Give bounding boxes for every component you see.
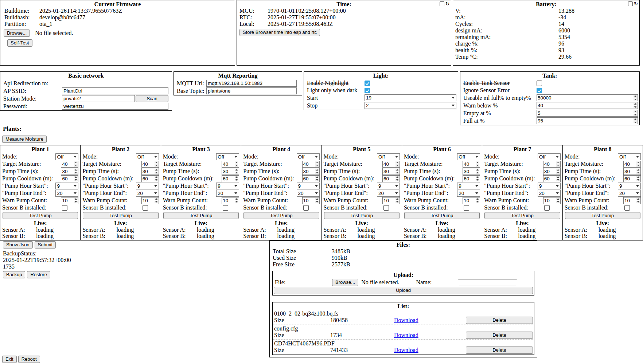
upload-name-input[interactable] (458, 279, 517, 286)
spin-up-icon[interactable] (155, 169, 158, 171)
pump-hour-end-select[interactable]: 20 (618, 190, 641, 197)
pump-cooldown-input[interactable] (61, 176, 74, 182)
spin-up-icon[interactable] (636, 169, 640, 171)
target-moisture-input[interactable] (383, 161, 395, 167)
pump-hour-start-select[interactable]: 9 (55, 183, 78, 189)
spin-up-icon[interactable] (74, 161, 78, 164)
light-start-select[interactable]: 19 (365, 94, 456, 101)
pump-hour-start-select[interactable]: 9 (216, 183, 239, 189)
spin-up-icon[interactable] (556, 176, 560, 179)
spin-down-icon[interactable] (556, 201, 560, 203)
ignore-sensor-error-checkbox[interactable] (537, 88, 542, 93)
battery-auto-refresh-checkbox[interactable] (628, 1, 633, 6)
spin-up-icon[interactable] (636, 161, 640, 164)
test-pump-button[interactable]: Test Pump (3, 212, 78, 219)
pump-cooldown-input[interactable] (383, 176, 395, 182)
pump-hour-end-select[interactable]: 20 (136, 190, 159, 197)
spin-up-icon[interactable] (74, 169, 78, 171)
spin-down-icon[interactable] (395, 201, 399, 203)
test-pump-button[interactable]: Test Pump (404, 212, 480, 219)
time-refresh-icon[interactable]: ↻ (445, 1, 449, 6)
submit-button[interactable]: Submit (35, 241, 56, 248)
spin-down-icon[interactable] (235, 164, 238, 167)
target-moisture-input[interactable] (142, 161, 154, 167)
pump-cooldown-input[interactable] (303, 176, 315, 182)
spin-up-icon[interactable] (315, 169, 319, 171)
empty-at-input[interactable] (537, 110, 633, 116)
sensor-b-installed-checkbox[interactable] (143, 205, 148, 211)
measure-moisture-button[interactable]: Measure Moisture (2, 136, 47, 143)
warn-pump-count-input[interactable] (61, 197, 74, 204)
api-redirection-input[interactable] (62, 80, 168, 87)
spin-up-icon[interactable] (74, 198, 78, 200)
pump-time-input[interactable] (142, 168, 154, 175)
spin-up-icon[interactable] (315, 161, 319, 164)
spin-down-icon[interactable] (74, 201, 78, 203)
pump-cooldown-input[interactable] (624, 176, 636, 182)
spin-up-icon[interactable] (636, 198, 640, 200)
spin-down-icon[interactable] (395, 179, 399, 181)
mqtt-url-input[interactable] (206, 80, 297, 87)
spin-down-icon[interactable] (155, 172, 158, 174)
test-pump-button[interactable]: Test Pump (83, 212, 158, 219)
spin-down-icon[interactable] (315, 179, 319, 181)
spin-up-icon[interactable] (634, 103, 637, 105)
spin-up-icon[interactable] (556, 169, 560, 171)
sensor-b-installed-checkbox[interactable] (383, 205, 389, 211)
spin-down-icon[interactable] (74, 172, 78, 174)
plant-mode-select[interactable]: Off (538, 153, 561, 160)
light-stop-select[interactable]: 2 (365, 102, 456, 109)
spin-down-icon[interactable] (636, 172, 640, 174)
warn-below-input[interactable] (537, 102, 633, 109)
pump-cooldown-input[interactable] (222, 176, 234, 182)
plant-mode-select[interactable]: Off (618, 153, 641, 160)
plant-mode-select[interactable]: Off (136, 153, 159, 160)
plant-mode-select[interactable]: Off (297, 153, 320, 160)
spin-up-icon[interactable] (235, 198, 238, 200)
plant-mode-select[interactable]: Off (457, 153, 480, 160)
spin-up-icon[interactable] (235, 176, 238, 179)
pump-time-input[interactable] (624, 168, 636, 175)
target-moisture-input[interactable] (624, 161, 636, 167)
spin-down-icon[interactable] (476, 172, 479, 174)
pump-hour-end-select[interactable]: 20 (55, 190, 78, 197)
test-pump-button[interactable]: Test Pump (484, 212, 560, 219)
pump-hour-end-select[interactable]: 20 (457, 190, 480, 197)
base-topic-input[interactable] (206, 87, 297, 94)
spin-up-icon[interactable] (395, 176, 399, 179)
plant-mode-select[interactable]: Off (377, 153, 400, 160)
spin-down-icon[interactable] (636, 164, 640, 167)
reboot-button[interactable]: Reboot (18, 356, 40, 363)
target-moisture-input[interactable] (463, 161, 475, 167)
spin-down-icon[interactable] (155, 179, 158, 181)
battery-refresh-icon[interactable]: ↻ (634, 1, 638, 6)
plant-mode-select[interactable]: Off (55, 153, 78, 160)
test-pump-button[interactable]: Test Pump (324, 212, 400, 219)
spin-up-icon[interactable] (155, 176, 158, 179)
spin-up-icon[interactable] (556, 198, 560, 200)
spin-down-icon[interactable] (476, 201, 479, 203)
warn-pump-count-input[interactable] (383, 197, 395, 204)
spin-up-icon[interactable] (155, 198, 158, 200)
target-moisture-input[interactable] (61, 161, 74, 167)
spin-down-icon[interactable] (636, 201, 640, 203)
warn-pump-count-input[interactable] (543, 197, 556, 204)
pump-hour-start-select[interactable]: 9 (538, 183, 561, 189)
spin-down-icon[interactable] (315, 201, 319, 203)
spin-up-icon[interactable] (634, 118, 637, 121)
pump-hour-start-select[interactable]: 9 (297, 183, 320, 189)
spin-down-icon[interactable] (634, 121, 637, 124)
spin-up-icon[interactable] (476, 169, 479, 171)
spin-down-icon[interactable] (235, 179, 238, 181)
pump-hour-end-select[interactable]: 20 (216, 190, 239, 197)
download-link[interactable]: Download (394, 317, 465, 324)
sensor-b-installed-checkbox[interactable] (303, 205, 309, 211)
spin-up-icon[interactable] (395, 161, 399, 164)
pump-time-input[interactable] (222, 168, 234, 175)
spin-up-icon[interactable] (476, 161, 479, 164)
spin-up-icon[interactable] (235, 161, 238, 164)
spin-down-icon[interactable] (74, 179, 78, 181)
spin-up-icon[interactable] (395, 198, 399, 200)
restore-button[interactable]: Restore (27, 271, 50, 278)
pump-hour-start-select[interactable]: 9 (377, 183, 400, 189)
